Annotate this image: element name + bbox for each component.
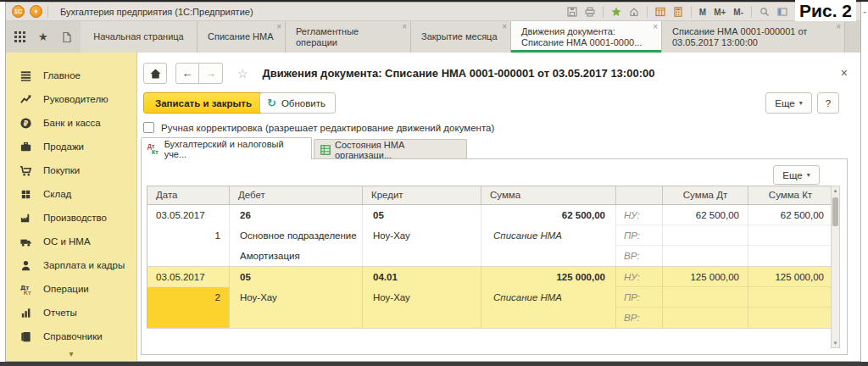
memory-m-plus-button[interactable]: M+ bbox=[714, 8, 726, 17]
debit-detail[interactable]: Основное подразделение bbox=[230, 225, 362, 246]
sidebar-item-bank-cash[interactable]: ₽ Банк и касса bbox=[6, 111, 136, 135]
tax-label-vr[interactable]: ВР: bbox=[616, 308, 662, 328]
column-header-debit[interactable]: Дебет bbox=[229, 186, 362, 204]
vertical-scrollbar[interactable]: ▲ ▼ bbox=[831, 186, 840, 348]
tab-home[interactable]: Начальная страница bbox=[81, 21, 198, 53]
tab-nma-states[interactable]: Состояния НМА организаци... bbox=[314, 139, 467, 159]
sidebar-item-warehouse[interactable]: Склад bbox=[6, 182, 136, 206]
row-number[interactable]: 2 bbox=[147, 287, 229, 308]
tab-close-icon[interactable]: × bbox=[502, 23, 507, 31]
row-date[interactable]: 03.05.2017 bbox=[147, 205, 229, 225]
row-number[interactable]: 1 bbox=[147, 225, 229, 246]
amount-value[interactable]: 62 500,00 bbox=[481, 205, 615, 225]
main-menu-button[interactable]: ▾ bbox=[30, 5, 42, 18]
credit-account[interactable]: 05 bbox=[363, 205, 481, 225]
amount-kt-value[interactable]: 125 000,00 bbox=[748, 267, 832, 287]
tax-label-pr[interactable]: ПР: bbox=[616, 225, 662, 246]
tax-label-pr[interactable]: ПР: bbox=[616, 287, 662, 308]
forward-button[interactable]: → bbox=[199, 63, 223, 84]
print-icon[interactable] bbox=[585, 7, 595, 17]
tab-close-icon[interactable]: × bbox=[836, 23, 841, 31]
credit-detail[interactable]: Ноу-Хау bbox=[363, 225, 481, 246]
tab-nma-writeoff-document[interactable]: Списание НМА 0001-000001 от 03.05.2017 1… bbox=[662, 21, 845, 53]
1c-logo-icon[interactable]: 1С bbox=[12, 5, 25, 18]
calendar-icon[interactable] bbox=[655, 7, 665, 17]
debit-detail[interactable]: Амортизация bbox=[230, 246, 362, 266]
sidebar-item-main[interactable]: Главное bbox=[6, 64, 136, 87]
debit-account[interactable]: 26 bbox=[230, 205, 362, 225]
column-header-credit[interactable]: Кредит bbox=[362, 186, 481, 204]
sidebar-item-operations[interactable]: ДтКт Операции bbox=[6, 277, 136, 301]
tab-close-icon[interactable]: × bbox=[653, 23, 658, 31]
selected-cell[interactable]: 2 bbox=[147, 287, 229, 328]
tax-label-vr[interactable]: ВР: bbox=[616, 246, 662, 266]
row-date[interactable]: 03.05.2017 bbox=[147, 267, 229, 287]
amount-dt-value[interactable]: 125 000,00 bbox=[663, 267, 748, 287]
debit-detail[interactable] bbox=[230, 308, 362, 328]
sidebar-item-os-nma[interactable]: ОС и НМА bbox=[6, 230, 136, 253]
tab-close-icon[interactable]: × bbox=[276, 23, 281, 31]
refresh-button[interactable]: ↻ Обновить bbox=[259, 92, 336, 114]
scrollbar-thumb[interactable] bbox=[832, 197, 838, 226]
history-icon[interactable] bbox=[629, 7, 639, 17]
debit-detail[interactable]: Ноу-Хау bbox=[230, 287, 362, 308]
sidebar-item-production[interactable]: Производство bbox=[6, 206, 136, 230]
column-header-amount-dt[interactable]: Сумма Дт bbox=[662, 186, 748, 204]
sidebar-item-directories[interactable]: Справочники bbox=[6, 324, 136, 348]
bar-chart-icon bbox=[19, 306, 32, 319]
credit-account[interactable]: 04.01 bbox=[363, 267, 481, 287]
favorites-icon[interactable]: ★ bbox=[38, 31, 48, 42]
tab-label: Регламентные операции bbox=[296, 26, 400, 48]
tax-label-nu[interactable]: НУ: bbox=[616, 267, 662, 287]
operation-label[interactable]: Списание НМА bbox=[481, 287, 615, 308]
amount-kt-value[interactable]: 62 500,00 bbox=[748, 205, 832, 225]
tab-month-closing[interactable]: Закрытие месяца × bbox=[411, 21, 511, 53]
debit-account[interactable]: 05 bbox=[230, 267, 362, 287]
amount-dt-value[interactable]: 62 500,00 bbox=[663, 205, 748, 225]
column-header-date[interactable]: Дата bbox=[147, 186, 229, 204]
zoom-icon[interactable] bbox=[760, 7, 770, 17]
home-button[interactable] bbox=[143, 63, 167, 84]
panel-view-icon[interactable] bbox=[777, 7, 787, 17]
sidebar-item-manager[interactable]: Руководителю bbox=[6, 87, 136, 111]
manual-adjustment-checkbox[interactable] bbox=[143, 122, 154, 133]
form-close-icon[interactable]: × bbox=[841, 67, 848, 79]
tax-label-nu[interactable]: НУ: bbox=[616, 205, 662, 225]
sidebar-expand-icon[interactable]: ▾ bbox=[6, 349, 136, 358]
add-favorite-star-icon[interactable]: ☆ bbox=[237, 67, 248, 80]
cell-amount-kt: 62 500,00 bbox=[748, 205, 832, 266]
memory-m-minus-button[interactable]: M- bbox=[733, 8, 743, 17]
tab-accounting-tax-records[interactable]: Дт Кт Бухгалтерский и налоговый уче... bbox=[141, 137, 312, 159]
credit-detail[interactable]: Ноу-Хау bbox=[363, 287, 481, 308]
calculator-icon[interactable] bbox=[673, 7, 683, 17]
form-more-button[interactable]: Еще ▾ bbox=[765, 92, 812, 114]
tab-regulated-operations[interactable]: Регламентные операции × bbox=[286, 21, 411, 53]
save-and-close-button[interactable]: Записать и закрыть bbox=[143, 92, 264, 114]
tab-document-movements[interactable]: Движения документа: Списание НМА 0001-00… bbox=[511, 21, 662, 53]
tab-nma-writeoff-list[interactable]: Списание НМА × bbox=[198, 21, 286, 53]
apps-grid-icon[interactable] bbox=[14, 31, 25, 42]
column-header-amount[interactable]: Сумма bbox=[481, 186, 615, 204]
column-header-amount-kt[interactable]: Сумма Кт bbox=[748, 186, 832, 204]
save-icon[interactable] bbox=[567, 7, 577, 17]
form-toolbar: Записать и закрыть ↻ Обновить Еще ▾ ? bbox=[143, 92, 860, 114]
sidebar-item-sales[interactable]: Продажи bbox=[6, 135, 136, 158]
sidebar-item-salary-hr[interactable]: Зарплата и кадры bbox=[6, 253, 136, 277]
favorites-star-icon[interactable] bbox=[611, 7, 621, 17]
help-button[interactable]: ? bbox=[817, 92, 839, 114]
column-header-tax[interactable] bbox=[615, 186, 662, 204]
sidebar-item-reports[interactable]: Отчеты bbox=[6, 301, 136, 324]
sidebar-item-label: Операции bbox=[43, 284, 89, 294]
tab-close-icon[interactable]: × bbox=[402, 23, 407, 31]
sidebar-item-purchases[interactable]: Покупки bbox=[6, 158, 136, 182]
back-button[interactable]: ← bbox=[175, 63, 199, 84]
table-row-selected[interactable]: 03.05.2017 2 05 Ноу-Хау 04.01 Ноу-Хау bbox=[147, 267, 833, 329]
scroll-down-icon[interactable]: ▼ bbox=[832, 339, 839, 347]
amount-value[interactable]: 125 000,00 bbox=[481, 267, 615, 287]
table-row[interactable]: 03.05.2017 1 26 Основное подразделение А… bbox=[147, 205, 833, 267]
recent-history-icon[interactable] bbox=[61, 31, 72, 43]
memory-m-button[interactable]: M bbox=[699, 8, 706, 17]
operation-label[interactable]: Списание НМА bbox=[481, 225, 615, 246]
grid-more-button[interactable]: Еще ▾ bbox=[773, 165, 820, 185]
scroll-up-icon[interactable]: ▲ bbox=[832, 186, 839, 195]
